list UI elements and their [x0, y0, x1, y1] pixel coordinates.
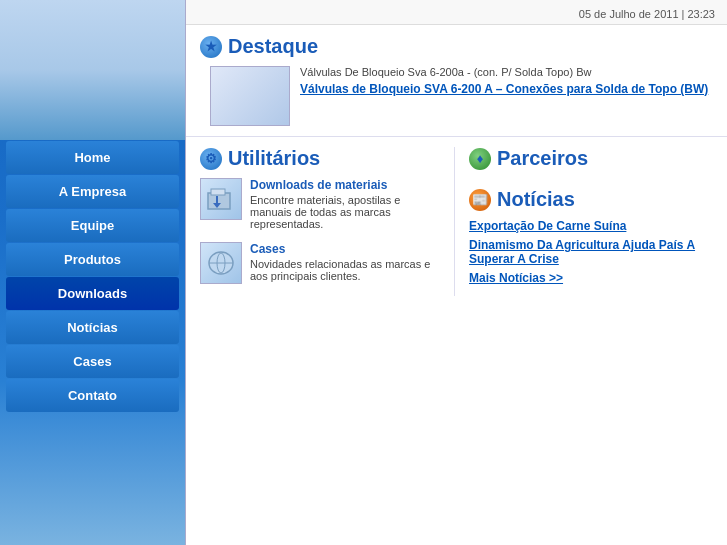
svg-rect-1	[211, 189, 225, 195]
sidebar-item-noticias[interactable]: Notícias	[6, 311, 179, 344]
destaque-title: ★ Destaque	[200, 35, 713, 58]
sidebar-item-a-empresa[interactable]: A Empresa	[6, 175, 179, 208]
util-item-cases: Cases Novidades relacionadas as marcas e…	[200, 242, 444, 284]
sidebar-item-equipe[interactable]: Equipe	[6, 209, 179, 242]
sidebar-logo	[0, 0, 185, 140]
date-bar: 05 de Julho de 2011 | 23:23	[186, 0, 727, 25]
noticia-item-1[interactable]: Dinamismo Da Agricultura Ajuda País A Su…	[469, 238, 713, 266]
parceiros-title: ♦ Parceiros	[469, 147, 713, 170]
current-date: 05 de Julho de 2011 | 23:23	[579, 8, 715, 20]
destaque-link[interactable]: Válvulas de Bloqueio SVA 6-200 A – Conex…	[300, 82, 708, 96]
sidebar-item-produtos[interactable]: Produtos	[6, 243, 179, 276]
noticias-icon: 📰	[469, 189, 491, 211]
sidebar-item-cases[interactable]: Cases	[6, 345, 179, 378]
sidebar-item-contato[interactable]: Contato	[6, 379, 179, 412]
util-downloads-text: Downloads de materiais Encontre materiai…	[250, 178, 444, 230]
util-downloads-desc: Encontre materiais, apostilas e manuais …	[250, 194, 444, 230]
utilitarios-column: ⚙ Utilitários Downloads de materiais Enc…	[200, 147, 455, 296]
sidebar-item-home[interactable]: Home	[6, 141, 179, 174]
destaque-thumbnail	[210, 66, 290, 126]
sidebar-item-downloads[interactable]: Downloads	[6, 277, 179, 310]
noticias-list: Exportação De Carne Suína Dinamismo Da A…	[469, 219, 713, 285]
destaque-text: Válvulas De Bloqueio Sva 6-200a - (con. …	[300, 66, 713, 126]
noticia-item-0[interactable]: Exportação De Carne Suína	[469, 219, 713, 233]
destaque-subtitle: Válvulas De Bloqueio Sva 6-200a - (con. …	[300, 66, 713, 78]
noticias-section: 📰 Notícias Exportação De Carne Suína Din…	[469, 188, 713, 285]
util-downloads-title: Downloads de materiais	[250, 178, 444, 192]
util-cases-thumb	[200, 242, 242, 284]
sidebar: HomeA EmpresaEquipeProdutosDownloadsNotí…	[0, 0, 185, 545]
destaque-section: ★ Destaque Válvulas De Bloqueio Sva 6-20…	[186, 25, 727, 137]
util-cases-desc: Novidades relacionadas as marcas e aos p…	[250, 258, 444, 282]
util-downloads-thumb	[200, 178, 242, 220]
right-column: ♦ Parceiros 📰 Notícias Exportação De Car…	[455, 147, 713, 296]
destaque-content: Válvulas De Bloqueio Sva 6-200a - (con. …	[200, 66, 713, 126]
mais-noticias-link[interactable]: Mais Notícias >>	[469, 271, 713, 285]
main-content: 05 de Julho de 2011 | 23:23 ★ Destaque V…	[185, 0, 727, 545]
util-item-downloads: Downloads de materiais Encontre materiai…	[200, 178, 444, 230]
two-col-section: ⚙ Utilitários Downloads de materiais Enc…	[186, 137, 727, 306]
utilitarios-icon: ⚙	[200, 148, 222, 170]
noticias-title: 📰 Notícias	[469, 188, 713, 211]
util-cases-text: Cases Novidades relacionadas as marcas e…	[250, 242, 444, 282]
utilitarios-title: ⚙ Utilitários	[200, 147, 444, 170]
parceiros-icon: ♦	[469, 148, 491, 170]
destaque-icon: ★	[200, 36, 222, 58]
parceiros-section: ♦ Parceiros	[469, 147, 713, 170]
util-cases-title: Cases	[250, 242, 444, 256]
